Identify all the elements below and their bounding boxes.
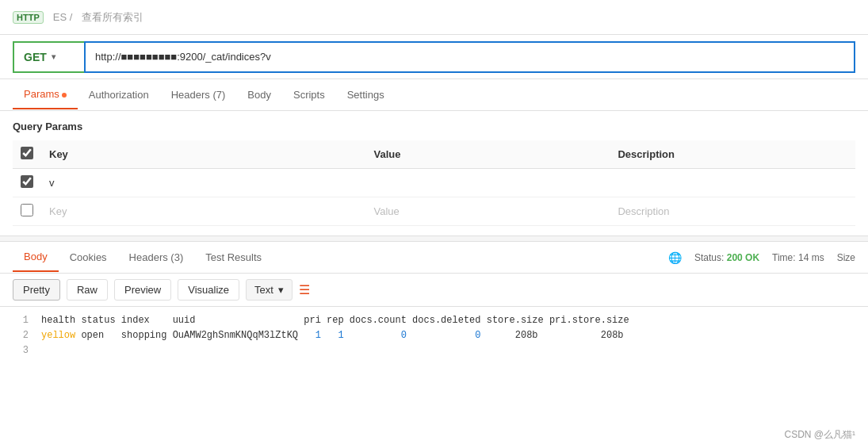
- row-2-key-placeholder: Key: [49, 205, 67, 217]
- tab-authorization[interactable]: Authorization: [78, 81, 160, 109]
- status-value: 200 OK: [727, 252, 759, 263]
- status-label: Status: 200 OK: [694, 252, 759, 263]
- col-header-desc: Description: [610, 140, 855, 169]
- breadcrumb-title: 查看所有索引: [82, 11, 143, 23]
- response-status: 🌐 Status: 200 OK Time: 14 ms Size: [668, 251, 855, 264]
- line-num-2: 2: [13, 328, 29, 343]
- line-num-1: 1: [13, 313, 29, 328]
- format-dropdown[interactable]: Text ▾: [246, 279, 293, 301]
- url-input[interactable]: [84, 41, 855, 73]
- size-label: Size: [837, 252, 855, 263]
- row-1-checkbox[interactable]: [21, 175, 33, 188]
- response-body: 1 health status index uuid pri rep docs.…: [0, 307, 868, 366]
- tab-cookies[interactable]: Cookies: [59, 243, 118, 271]
- row-2-value-placeholder: Value: [373, 205, 399, 217]
- filter-icon[interactable]: ☰: [299, 282, 310, 297]
- params-table: Key Value Description v Key Value Descri…: [13, 140, 855, 226]
- chevron-down-icon: ▾: [278, 284, 284, 296]
- chevron-down-icon: ▾: [52, 52, 55, 61]
- watermark: CSDN @么凡猫¹: [784, 428, 855, 442]
- preview-button[interactable]: Preview: [114, 279, 171, 301]
- time-label: Time: 14 ms: [772, 252, 824, 263]
- row-2-desc-placeholder: Description: [618, 205, 669, 217]
- tab-settings[interactable]: Settings: [336, 81, 396, 109]
- col-header-key: Key: [41, 140, 365, 169]
- http-badge: HTTP: [13, 11, 44, 24]
- table-row: v: [13, 169, 855, 197]
- globe-icon: 🌐: [668, 251, 682, 264]
- query-params-title: Query Params: [13, 121, 855, 132]
- tab-headers[interactable]: Headers (7): [160, 81, 237, 109]
- method-label: GET: [24, 51, 47, 63]
- method-select[interactable]: GET ▾: [13, 41, 84, 73]
- breadcrumb-sep: ES /: [53, 11, 73, 23]
- visualize-button[interactable]: Visualize: [178, 279, 239, 301]
- raw-button[interactable]: Raw: [67, 279, 108, 301]
- top-bar: HTTP ES / 查看所有索引: [0, 0, 868, 35]
- tab-response-body[interactable]: Body: [13, 243, 59, 272]
- tab-scripts[interactable]: Scripts: [282, 81, 336, 109]
- row-2-checkbox[interactable]: [21, 204, 33, 216]
- breadcrumb: ES / 查看所有索引: [50, 10, 147, 25]
- params-dot: [62, 93, 67, 98]
- table-row: Key Value Description: [13, 197, 855, 226]
- col-header-check: [13, 140, 41, 169]
- pretty-button[interactable]: Pretty: [13, 279, 60, 301]
- format-bar: Pretty Raw Preview Visualize Text ▾ ☰: [0, 274, 868, 307]
- format-label: Text: [254, 284, 273, 296]
- select-all-checkbox[interactable]: [21, 147, 33, 159]
- line-2: 2 yellow open shopping OuAMW2ghSnmKNQqM3…: [13, 328, 855, 343]
- tab-test-results[interactable]: Test Results: [194, 243, 273, 271]
- col-header-value: Value: [365, 140, 610, 169]
- section-divider: [0, 235, 868, 242]
- line-3: 3: [13, 343, 855, 358]
- row-1-key: v: [49, 177, 55, 189]
- line-1: 1 health status index uuid pri rep docs.…: [13, 313, 855, 328]
- tab-body[interactable]: Body: [236, 81, 282, 109]
- query-params-section: Query Params Key Value Description v Key: [0, 111, 868, 235]
- tab-response-headers[interactable]: Headers (3): [118, 243, 195, 271]
- request-tabs: Params Authorization Headers (7) Body Sc…: [0, 79, 868, 111]
- response-tabs: Body Cookies Headers (3) Test Results 🌐 …: [0, 242, 868, 274]
- status-yellow: yellow: [41, 330, 75, 341]
- url-bar: GET ▾: [0, 35, 868, 79]
- tab-params[interactable]: Params: [13, 80, 78, 109]
- line-content-1: health status index uuid pri rep docs.co…: [41, 313, 629, 328]
- line-num-3: 3: [13, 343, 29, 358]
- line-content-2: yellow open shopping OuAMW2ghSnmKNQqM3lZ…: [41, 328, 624, 343]
